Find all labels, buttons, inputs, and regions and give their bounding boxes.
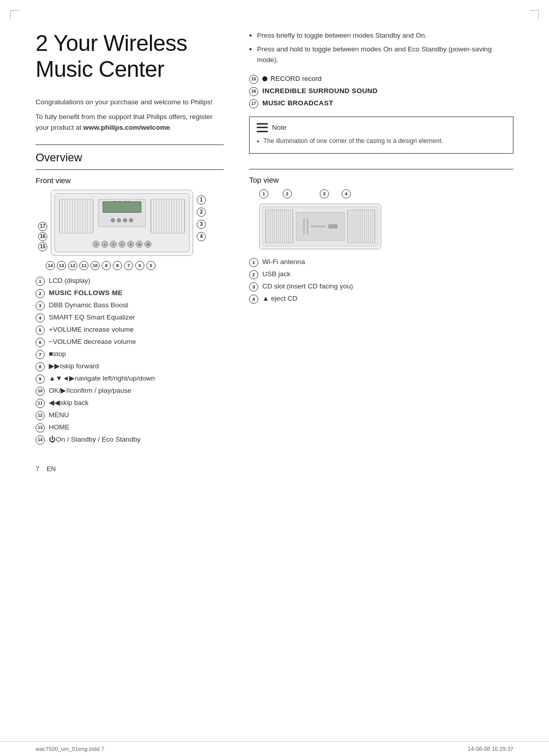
page: 2 Your Wireless Music Center Congratulat… <box>0 0 549 756</box>
feature-17: 17 MUSIC BROADCAST <box>249 99 513 108</box>
item-num-1: 1 <box>36 277 45 286</box>
list-item: 7 ■stop <box>36 350 224 359</box>
ctrl-btn-1 <box>111 218 115 222</box>
top-list-item-1: 1 Wi-Fi antenna <box>249 257 513 267</box>
footer: wac7500_um_01eng.indd 7 14-08-08 16:29:3… <box>0 741 549 756</box>
top-grille-left <box>265 210 293 243</box>
top-view-divider <box>249 169 513 169</box>
item-num-13: 13 <box>36 423 45 432</box>
callout-8: 8 <box>113 261 122 270</box>
note-header: Note <box>257 123 506 132</box>
top-callout-1: 1 <box>259 189 268 198</box>
page-number-left: 7 EN <box>36 465 224 473</box>
bottom-btns: ◄ ▲ ▼ ► ■ ⏭ ⏮ <box>55 241 189 248</box>
note-item-1: The illumination of one corner of the ca… <box>257 136 506 147</box>
right-bullets-list: Press briefly to toggle between modes St… <box>249 31 513 65</box>
callout-12: 12 <box>68 261 77 270</box>
list-item: 13 HOME <box>36 423 224 432</box>
item-num-4: 4 <box>36 313 45 323</box>
bullet-item-1: Press briefly to toggle between modes St… <box>249 31 513 41</box>
ctrl-btn-2 <box>117 218 121 222</box>
callout-15: 15 <box>38 242 47 251</box>
overview-divider <box>36 144 224 145</box>
footer-date: 14-08-08 16:29:37 <box>468 746 513 752</box>
item-num-8: 8 <box>36 362 45 371</box>
bb-2: ▲ <box>101 241 108 248</box>
callout-10: 10 <box>90 261 100 270</box>
list-item: 9 ▲▼◄▶navigate left/right/up/down <box>36 374 224 384</box>
top-grille-right <box>347 210 375 243</box>
list-item: 3 DBB Dynamic Bass Boost <box>36 301 224 310</box>
bb-5: ■ <box>127 241 134 248</box>
item-num-3: 3 <box>36 301 45 310</box>
front-items-list: 1 LCD (display) 2 MUSIC FOLLOWS ME 3 DBB… <box>36 276 224 445</box>
device-inner: PHILIPS ◄ ▲ ▼ <box>54 193 190 252</box>
item-num-10: 10 <box>36 387 45 396</box>
list-item: 1 LCD (display) <box>36 276 224 286</box>
item-num-5: 5 <box>36 326 45 335</box>
chapter-title: 2 Your Wireless Music Center <box>36 31 224 82</box>
intro-para2: To fully benefit from the support that P… <box>36 112 224 133</box>
top-item-num-3: 3 <box>249 282 258 292</box>
callout-16: 16 <box>38 232 47 241</box>
item-num-16: 16 <box>249 87 258 96</box>
top-callouts-top: 1 2 3 4 <box>259 189 412 198</box>
top-item-num-1: 1 <box>249 258 258 267</box>
top-list-item-2: 2 USB jack <box>249 270 513 279</box>
note-box: Note The illumination of one corner of t… <box>249 117 513 154</box>
list-item: 4 SMART EQ Smart Equalizer <box>36 313 224 323</box>
center-panel: PHILIPS <box>98 199 146 227</box>
top-items-list: 1 Wi-Fi antenna 2 USB jack 3 CD slot (in… <box>249 257 513 304</box>
bb-4: ► <box>118 241 126 248</box>
list-item: 11 ◀◀skip back <box>36 398 224 408</box>
feature-15: 15 RECORD record <box>249 74 513 84</box>
right-column: Press briefly to toggle between modes St… <box>249 31 513 473</box>
item-num-14: 14 <box>36 435 45 445</box>
list-item: 5 +VOLUME increase volume <box>36 325 224 335</box>
left-column: 2 Your Wireless Music Center Congratulat… <box>36 31 224 473</box>
top-item-num-2: 2 <box>249 270 258 279</box>
item-num-17: 17 <box>249 99 258 108</box>
item-num-2: 2 <box>36 289 45 298</box>
top-device-diagram <box>259 203 381 249</box>
top-view-section: Top view 1 2 3 4 <box>249 169 513 304</box>
top-usb <box>328 224 338 228</box>
controls-row <box>99 218 145 222</box>
corner-mark-tl <box>10 10 19 19</box>
record-dot <box>262 76 267 81</box>
intro-para1: Congratulations on your purchase and wel… <box>36 97 224 108</box>
front-view-diagram-wrapper: PHILIPS ◄ ▲ ▼ <box>36 190 208 270</box>
callout-3: 3 <box>197 220 206 229</box>
callout-13: 13 <box>57 261 66 270</box>
top-list-item-4: 4 ▲ eject CD <box>249 294 513 304</box>
ctrl-btn-3 <box>123 218 127 222</box>
list-item: 12 MENU <box>36 411 224 420</box>
list-item: 6 −VOLUME decrease volume <box>36 337 224 347</box>
front-view-divider <box>36 169 224 170</box>
top-view-title: Top view <box>249 176 513 184</box>
grille-right <box>150 199 185 234</box>
note-content: The illumination of one corner of the ca… <box>257 136 506 147</box>
callout-7: 7 <box>124 261 133 270</box>
top-callout-2: 2 <box>283 189 292 198</box>
list-item: 14 ⏻On / Standby / Eco Standby <box>36 435 224 445</box>
callout-4: 4 <box>197 232 206 241</box>
bb-7: ⏮ <box>144 241 151 248</box>
callout-1: 1 <box>197 195 206 205</box>
item-num-9: 9 <box>36 374 45 384</box>
top-list-item-3: 3 CD slot (insert CD facing you) <box>249 282 513 292</box>
callout-2: 2 <box>197 208 206 217</box>
note-icon <box>257 123 268 132</box>
callout-9: 9 <box>102 261 111 270</box>
callout-6: 6 <box>135 261 144 270</box>
top-callout-4: 4 <box>342 189 351 198</box>
item-num-11: 11 <box>36 399 45 408</box>
bb-1: ◄ <box>93 241 100 248</box>
note-label: Note <box>272 124 287 131</box>
item-num-12: 12 <box>36 411 45 420</box>
top-center <box>296 212 345 241</box>
corner-mark-tr <box>530 10 539 19</box>
item-num-6: 6 <box>36 338 45 347</box>
overview-title: Overview <box>36 151 224 164</box>
item-num-15: 15 <box>249 75 258 84</box>
